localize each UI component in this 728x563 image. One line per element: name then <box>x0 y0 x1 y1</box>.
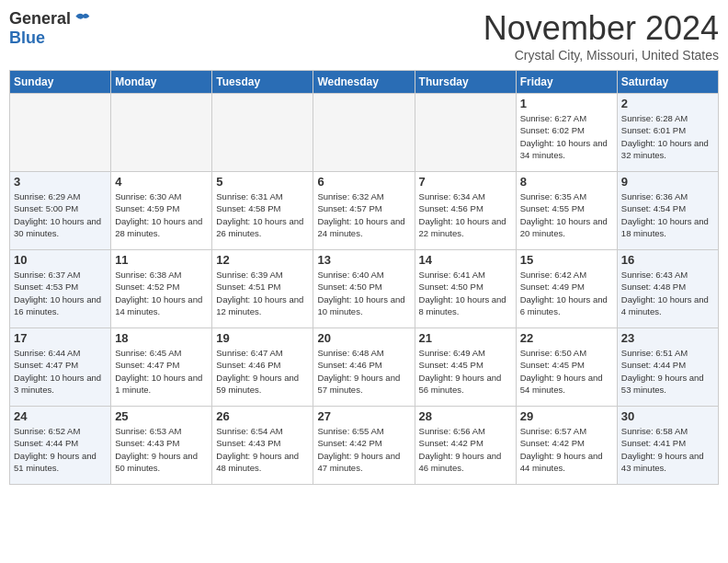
col-header-monday: Monday <box>111 71 212 94</box>
col-header-wednesday: Wednesday <box>313 71 415 94</box>
day-info: Sunrise: 6:35 AMSunset: 4:55 PMDaylight:… <box>520 190 613 239</box>
location-text: Crystal City, Missouri, United States <box>483 48 719 63</box>
calendar-cell: 3Sunrise: 6:29 AMSunset: 5:00 PMDaylight… <box>10 172 111 250</box>
calendar-cell: 1Sunrise: 6:27 AMSunset: 6:02 PMDaylight… <box>516 94 617 172</box>
calendar-cell: 16Sunrise: 6:43 AMSunset: 4:48 PMDayligh… <box>617 250 718 328</box>
day-number: 21 <box>419 331 512 345</box>
day-number: 6 <box>317 175 410 189</box>
week-row-3: 17Sunrise: 6:44 AMSunset: 4:47 PMDayligh… <box>10 328 719 407</box>
day-info: Sunrise: 6:49 AMSunset: 4:45 PMDaylight:… <box>419 347 512 396</box>
calendar-cell <box>415 94 516 172</box>
calendar-cell: 21Sunrise: 6:49 AMSunset: 4:45 PMDayligh… <box>415 328 516 407</box>
day-number: 11 <box>115 253 208 267</box>
day-info: Sunrise: 6:41 AMSunset: 4:50 PMDaylight:… <box>419 269 512 317</box>
day-number: 7 <box>419 175 512 189</box>
day-number: 2 <box>621 97 714 110</box>
day-info: Sunrise: 6:55 AMSunset: 4:42 PMDaylight:… <box>317 425 410 474</box>
calendar-cell <box>111 94 212 172</box>
col-header-friday: Friday <box>516 71 617 94</box>
calendar-cell: 30Sunrise: 6:58 AMSunset: 4:41 PMDayligh… <box>617 407 718 485</box>
calendar-cell: 4Sunrise: 6:30 AMSunset: 4:59 PMDaylight… <box>111 172 212 250</box>
day-number: 13 <box>317 253 410 267</box>
day-number: 4 <box>115 175 208 189</box>
calendar-cell: 8Sunrise: 6:35 AMSunset: 4:55 PMDaylight… <box>516 172 617 250</box>
day-number: 24 <box>14 409 107 423</box>
day-info: Sunrise: 6:44 AMSunset: 4:47 PMDaylight:… <box>14 347 107 396</box>
calendar-cell: 14Sunrise: 6:41 AMSunset: 4:50 PMDayligh… <box>415 250 516 328</box>
calendar-cell: 19Sunrise: 6:47 AMSunset: 4:46 PMDayligh… <box>212 328 313 407</box>
col-header-tuesday: Tuesday <box>212 71 313 94</box>
week-row-1: 3Sunrise: 6:29 AMSunset: 5:00 PMDaylight… <box>10 172 719 250</box>
calendar-cell: 28Sunrise: 6:56 AMSunset: 4:42 PMDayligh… <box>415 407 516 485</box>
calendar-cell: 10Sunrise: 6:37 AMSunset: 4:53 PMDayligh… <box>10 250 111 328</box>
day-info: Sunrise: 6:38 AMSunset: 4:52 PMDaylight:… <box>115 269 208 317</box>
page-header: General Blue November 2024 Crystal City,… <box>9 9 719 63</box>
day-number: 16 <box>621 253 714 267</box>
calendar-cell <box>10 94 111 172</box>
title-area: November 2024 Crystal City, Missouri, Un… <box>483 9 719 63</box>
day-number: 17 <box>14 331 107 345</box>
day-info: Sunrise: 6:51 AMSunset: 4:44 PMDaylight:… <box>621 347 714 396</box>
week-row-4: 24Sunrise: 6:52 AMSunset: 4:44 PMDayligh… <box>10 407 719 485</box>
day-number: 14 <box>419 253 512 267</box>
logo-general-text: General <box>9 9 71 29</box>
day-info: Sunrise: 6:58 AMSunset: 4:41 PMDaylight:… <box>621 425 714 474</box>
day-info: Sunrise: 6:48 AMSunset: 4:46 PMDaylight:… <box>317 347 410 396</box>
calendar-table: SundayMondayTuesdayWednesdayThursdayFrid… <box>9 70 719 485</box>
calendar-cell <box>212 94 313 172</box>
day-number: 30 <box>621 409 714 423</box>
day-number: 19 <box>216 331 309 345</box>
day-info: Sunrise: 6:45 AMSunset: 4:47 PMDaylight:… <box>115 347 208 396</box>
calendar-cell: 9Sunrise: 6:36 AMSunset: 4:54 PMDaylight… <box>617 172 718 250</box>
day-number: 1 <box>520 97 613 110</box>
calendar-cell <box>313 94 415 172</box>
day-info: Sunrise: 6:57 AMSunset: 4:42 PMDaylight:… <box>520 425 613 474</box>
day-number: 25 <box>115 409 208 423</box>
day-info: Sunrise: 6:50 AMSunset: 4:45 PMDaylight:… <box>520 347 613 396</box>
calendar-cell: 15Sunrise: 6:42 AMSunset: 4:49 PMDayligh… <box>516 250 617 328</box>
day-number: 18 <box>115 331 208 345</box>
day-info: Sunrise: 6:56 AMSunset: 4:42 PMDaylight:… <box>419 425 512 474</box>
calendar-cell: 29Sunrise: 6:57 AMSunset: 4:42 PMDayligh… <box>516 407 617 485</box>
week-row-0: 1Sunrise: 6:27 AMSunset: 6:02 PMDaylight… <box>10 94 719 172</box>
calendar-cell: 12Sunrise: 6:39 AMSunset: 4:51 PMDayligh… <box>212 250 313 328</box>
day-number: 10 <box>14 253 107 267</box>
day-info: Sunrise: 6:40 AMSunset: 4:50 PMDaylight:… <box>317 269 410 317</box>
calendar-cell: 26Sunrise: 6:54 AMSunset: 4:43 PMDayligh… <box>212 407 313 485</box>
week-row-2: 10Sunrise: 6:37 AMSunset: 4:53 PMDayligh… <box>10 250 719 328</box>
calendar-cell: 23Sunrise: 6:51 AMSunset: 4:44 PMDayligh… <box>617 328 718 407</box>
logo: General Blue <box>9 9 91 48</box>
calendar-cell: 7Sunrise: 6:34 AMSunset: 4:56 PMDaylight… <box>415 172 516 250</box>
day-number: 28 <box>419 409 512 423</box>
day-info: Sunrise: 6:42 AMSunset: 4:49 PMDaylight:… <box>520 269 613 317</box>
col-header-thursday: Thursday <box>415 71 516 94</box>
day-number: 23 <box>621 331 714 345</box>
day-info: Sunrise: 6:28 AMSunset: 6:01 PMDaylight:… <box>621 112 714 161</box>
day-info: Sunrise: 6:53 AMSunset: 4:43 PMDaylight:… <box>115 425 208 474</box>
day-info: Sunrise: 6:37 AMSunset: 4:53 PMDaylight:… <box>14 269 107 317</box>
calendar-cell: 25Sunrise: 6:53 AMSunset: 4:43 PMDayligh… <box>111 407 212 485</box>
calendar-cell: 27Sunrise: 6:55 AMSunset: 4:42 PMDayligh… <box>313 407 415 485</box>
day-number: 29 <box>520 409 613 423</box>
day-number: 15 <box>520 253 613 267</box>
day-number: 12 <box>216 253 309 267</box>
calendar-cell: 6Sunrise: 6:32 AMSunset: 4:57 PMDaylight… <box>313 172 415 250</box>
day-info: Sunrise: 6:32 AMSunset: 4:57 PMDaylight:… <box>317 190 410 239</box>
calendar-cell: 20Sunrise: 6:48 AMSunset: 4:46 PMDayligh… <box>313 328 415 407</box>
calendar-cell: 13Sunrise: 6:40 AMSunset: 4:50 PMDayligh… <box>313 250 415 328</box>
calendar-cell: 18Sunrise: 6:45 AMSunset: 4:47 PMDayligh… <box>111 328 212 407</box>
day-info: Sunrise: 6:31 AMSunset: 4:58 PMDaylight:… <box>216 190 309 239</box>
col-header-saturday: Saturday <box>617 71 718 94</box>
col-header-sunday: Sunday <box>10 71 111 94</box>
day-info: Sunrise: 6:43 AMSunset: 4:48 PMDaylight:… <box>621 269 714 317</box>
day-info: Sunrise: 6:30 AMSunset: 4:59 PMDaylight:… <box>115 190 208 239</box>
day-number: 26 <box>216 409 309 423</box>
calendar-cell: 2Sunrise: 6:28 AMSunset: 6:01 PMDaylight… <box>617 94 718 172</box>
day-number: 27 <box>317 409 410 423</box>
day-number: 3 <box>14 175 107 189</box>
day-number: 9 <box>621 175 714 189</box>
calendar-header-row: SundayMondayTuesdayWednesdayThursdayFrid… <box>10 71 719 94</box>
day-info: Sunrise: 6:54 AMSunset: 4:43 PMDaylight:… <box>216 425 309 474</box>
calendar-cell: 17Sunrise: 6:44 AMSunset: 4:47 PMDayligh… <box>10 328 111 407</box>
day-number: 8 <box>520 175 613 189</box>
